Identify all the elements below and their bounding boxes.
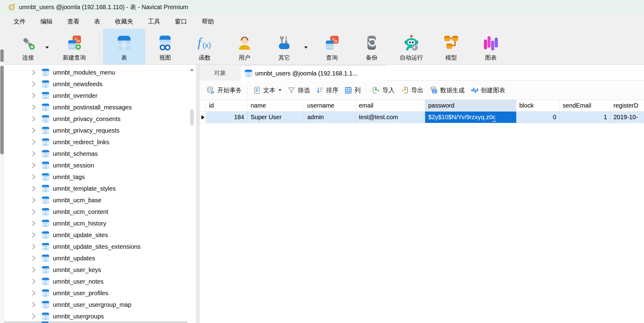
sidebar-item[interactable]: umnbt_privacy_consents [4,113,187,125]
column-header-sendemail[interactable]: sendEmail [560,100,610,111]
create-chart-button[interactable]: 创建图表 [468,84,508,96]
column-header-email[interactable]: email [356,100,425,111]
sidebar-item[interactable]: umnbt_template_styles [4,183,187,194]
cell-email[interactable]: test@test.com [356,112,425,123]
cell-name[interactable]: Super User [248,112,304,123]
sidebar-item[interactable]: umnbt_user_notes [4,276,187,287]
cell-username[interactable]: admin [304,112,356,123]
sidebar-scrollbar-thumb[interactable] [190,109,194,125]
sidebar-item[interactable]: umnbt_user_usergroup_map [4,299,187,310]
left-scrollbar-thumb[interactable] [0,66,4,154]
sidebar-item[interactable]: umnbt_update_sites_extensions [4,241,187,252]
chevron-right-icon[interactable] [30,70,35,75]
chevron-right-icon[interactable] [30,163,35,168]
sidebar-item[interactable]: umnbt_session [4,160,187,171]
filter-button[interactable]: 筛选 [285,84,313,96]
chevron-right-icon[interactable] [30,82,35,87]
menu-file[interactable]: 文件 [6,16,33,28]
left-scrollbar-thumb-top[interactable] [0,49,4,62]
toolbar-button-new-query[interactable]: 新建查询 [53,29,95,64]
tab-umnbt-users[interactable]: umnbt_users @joomla (192.168.1.1... [240,66,386,81]
menu-favorites[interactable]: 收藏夹 [108,16,141,28]
sidebar-item[interactable]: umnbt_update_sites [4,229,187,241]
panel-splitter[interactable] [196,65,200,323]
text-dropdown-arrow-icon[interactable] [278,89,282,91]
others-dropdown-arrow-icon[interactable] [304,46,308,49]
sidebar-item[interactable]: umnbt_postinstall_messages [4,101,187,113]
chevron-right-icon[interactable] [30,186,35,191]
menu-window[interactable]: 窗口 [167,16,194,28]
sidebar-item[interactable]: umnbt_modules_menu [4,67,187,78]
chevron-right-icon[interactable] [30,244,35,249]
data-generation-button[interactable]: 101 ABC 数据生成 [426,84,468,96]
sidebar-item[interactable]: umnbt_newsfeeds [4,78,187,90]
sidebar-item[interactable]: umnbt_ucm_content [4,206,187,218]
toolbar-button-views[interactable]: 视图 [145,29,185,64]
sidebar-item[interactable]: umnbt_schemas [4,148,187,160]
menu-help[interactable]: 帮助 [194,16,221,28]
begin-transaction-button[interactable]: 开始事务 [204,84,245,96]
toolbar-button-query[interactable]: 查询 [312,29,352,64]
toolbar-button-backup[interactable]: 备份 [352,29,392,64]
chevron-right-icon[interactable] [30,128,35,133]
tab-objects[interactable]: 对象 [200,65,240,81]
toolbar-button-functions[interactable]: f (x) 函数 [185,29,225,64]
sidebar-item[interactable]: umnbt_redirect_links [4,136,187,148]
column-header-block[interactable]: block [516,100,560,111]
menu-table[interactable]: 表 [87,16,108,28]
chevron-right-icon[interactable] [30,279,35,284]
column-header-name[interactable]: name [248,100,304,111]
chevron-right-icon[interactable] [30,314,35,319]
toolbar-button-charts[interactable]: 图表 [471,29,511,64]
toolbar-button-connection[interactable]: 连接 [11,29,45,64]
import-button[interactable]: 导入 [369,84,398,96]
chevron-right-icon[interactable] [30,93,35,98]
chevron-right-icon[interactable] [30,291,35,296]
menu-view[interactable]: 查看 [60,16,87,28]
chevron-right-icon[interactable] [30,116,35,122]
scroll-up-arrow-icon[interactable] [190,68,194,71]
column-header-id[interactable]: id [206,100,248,111]
chevron-right-icon[interactable] [30,302,35,307]
toolbar-button-others[interactable]: 其它 [264,29,304,64]
sidebar-item[interactable]: umnbt_ucm_base [4,194,187,206]
columns-button[interactable]: 列 [341,84,364,96]
cell-registerdate[interactable]: 2019-10- [610,112,644,123]
chevron-right-icon[interactable] [30,140,35,145]
toolbar-button-model[interactable]: 模型 [431,29,471,64]
sidebar-scrollbar[interactable] [189,67,195,323]
cell-block[interactable]: 0 [516,112,560,123]
chevron-right-icon[interactable] [30,267,35,273]
sidebar-item[interactable]: umnbt_updates [4,252,187,264]
sidebar-item[interactable]: umnbt_privacy_requests [4,125,187,136]
left-edge-scrollbar[interactable] [0,47,4,323]
sidebar-item-partial[interactable] [4,321,187,323]
text-view-button[interactable]: 文本 [250,84,285,96]
chevron-right-icon[interactable] [30,151,35,156]
toolbar-button-users[interactable]: 用户 [225,29,264,64]
sidebar-item[interactable]: umnbt_overrider [4,90,187,101]
menu-tools[interactable]: 工具 [141,16,167,28]
chevron-right-icon[interactable] [30,221,35,226]
toolbar-button-tables[interactable]: 表 [103,29,145,64]
column-header-username[interactable]: username [304,100,356,111]
chevron-right-icon[interactable] [30,105,35,110]
chevron-right-icon[interactable] [30,198,35,203]
column-header-password[interactable]: password [425,100,516,111]
sidebar-item[interactable]: umnbt_user_profiles [4,287,187,299]
connection-dropdown-arrow-icon[interactable] [45,46,49,49]
chevron-right-icon[interactable] [30,209,35,215]
chevron-right-icon[interactable] [30,174,35,180]
export-button[interactable]: 导出 [398,84,426,96]
table-row[interactable]: 184 Super User admin test@test.com $2y$1… [200,112,644,123]
sidebar-item[interactable]: umnbt_ucm_history [4,218,187,229]
cell-sendemail[interactable]: 1 [560,112,610,123]
toolbar-button-automation[interactable]: 自动运行 [392,29,431,64]
cell-password-selected[interactable]: $2y$10$N/Yv/9rzxyq.z0c [425,112,516,123]
cell-id[interactable]: 184 [206,112,248,123]
menu-edit[interactable]: 编辑 [33,16,60,28]
chevron-right-icon[interactable] [30,233,35,238]
sidebar-item[interactable]: umnbt_user_keys [4,264,187,276]
sidebar-item[interactable]: umnbt_tags [4,171,187,183]
sidebar-item[interactable]: umnbt_usergroups [4,310,187,322]
